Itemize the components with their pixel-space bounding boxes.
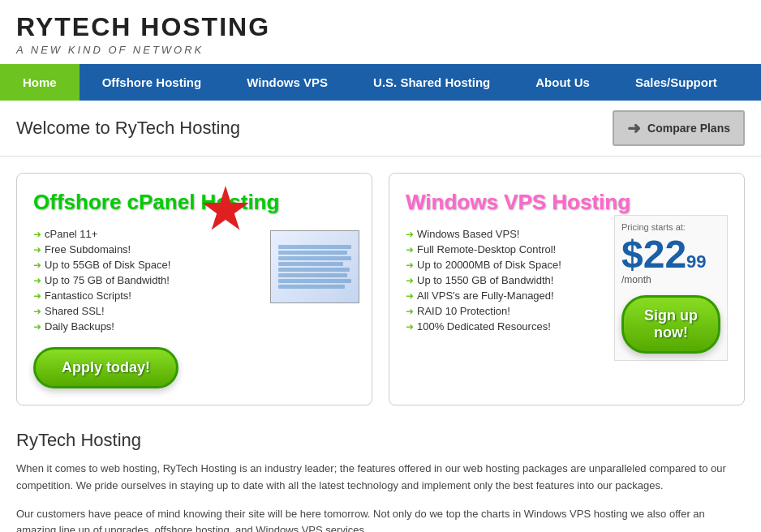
vps-layout: ➜Windows Based VPS! ➜Full Remote-Desktop… xyxy=(406,215,728,361)
offshore-title: Offshore cPanel Hosting xyxy=(33,190,279,215)
bullet-arrow-icon: ➜ xyxy=(33,290,41,302)
welcome-bar: Welcome to RyTech Hosting ➜ Compare Plan… xyxy=(0,101,761,157)
price-cents: 99 xyxy=(686,251,706,272)
logo-subtitle: A NEW KIND OF NETWORK xyxy=(16,44,745,56)
feature-item: ➜Daily Backups! xyxy=(33,319,355,334)
price-month: /month xyxy=(621,274,651,285)
bullet-arrow-icon: ➜ xyxy=(33,260,41,271)
nav-offshore[interactable]: Offshore Hosting xyxy=(80,64,225,101)
bullet-arrow-icon: ➜ xyxy=(406,306,414,317)
bullet-arrow-icon: ➜ xyxy=(406,290,414,302)
compare-plans-label: Compare Plans xyxy=(647,122,730,135)
vps-title: Windows VPS Hosting xyxy=(406,190,728,215)
compare-plans-button[interactable]: ➜ Compare Plans xyxy=(613,110,745,146)
nav-windows-vps[interactable]: Windows VPS xyxy=(224,64,350,101)
vps-features: ➜Windows Based VPS! ➜Full Remote-Desktop… xyxy=(406,226,606,361)
bullet-arrow-icon: ➜ xyxy=(406,275,414,286)
vps-feature-item: ➜RAID 10 Protection! xyxy=(406,303,606,319)
bullet-arrow-icon: ➜ xyxy=(406,260,414,271)
nav-shared-hosting[interactable]: U.S. Shared Hosting xyxy=(350,64,513,101)
pricing-display: $2299/month xyxy=(621,235,720,285)
signup-button[interactable]: Sign up now! xyxy=(621,295,720,354)
screenshot-image xyxy=(270,230,359,303)
vps-feature-item: ➜Windows Based VPS! xyxy=(406,226,606,242)
about-paragraph-2: Our customers have peace of mind knowing… xyxy=(16,506,745,532)
pricing-box: Pricing starts at: $2299/month Sign up n… xyxy=(614,215,728,361)
about-section: RyTech Hosting When it comes to web host… xyxy=(0,422,761,532)
bullet-arrow-icon: ➜ xyxy=(33,244,41,255)
nav-sales-support[interactable]: Sales/Support xyxy=(613,64,740,101)
main-content: Offshore cPanel Hosting ➜cPanel 11+ ➜Fre… xyxy=(0,157,761,422)
price-dollars: $22 xyxy=(621,235,686,274)
feature-item: ➜Shared SSL! xyxy=(33,303,355,319)
bullet-arrow-icon: ➜ xyxy=(406,321,414,332)
apply-today-button[interactable]: Apply today! xyxy=(33,347,178,388)
vps-feature-item: ➜Full Remote-Desktop Control! xyxy=(406,242,606,257)
navigation: Home Offshore Hosting Windows VPS U.S. S… xyxy=(0,64,761,101)
pricing-label: Pricing starts at: xyxy=(621,222,720,232)
arrow-icon: ➜ xyxy=(627,118,641,138)
vps-feature-item: ➜100% Dedicated Resources! xyxy=(406,319,606,334)
about-title: RyTech Hosting xyxy=(16,430,745,451)
vps-panel: Windows VPS Hosting ➜Windows Based VPS! … xyxy=(389,173,745,405)
vps-feature-item: ➜Up to 20000MB of Disk Space! xyxy=(406,257,606,272)
bullet-arrow-icon: ➜ xyxy=(406,229,414,240)
bullet-arrow-icon: ➜ xyxy=(33,321,41,332)
nav-about[interactable]: About Us xyxy=(513,64,613,101)
nav-home[interactable]: Home xyxy=(0,64,80,101)
vps-feature-item: ➜All VPS's are Fully-Managed! xyxy=(406,288,606,303)
vps-feature-item: ➜Up to 1550 GB of Bandwidth! xyxy=(406,272,606,288)
bullet-arrow-icon: ➜ xyxy=(33,275,41,286)
bullet-arrow-icon: ➜ xyxy=(33,229,41,240)
offshore-panel: Offshore cPanel Hosting ➜cPanel 11+ ➜Fre… xyxy=(16,173,372,405)
header: RYTECH HOSTING A NEW KIND OF NETWORK xyxy=(0,0,761,64)
bullet-arrow-icon: ➜ xyxy=(33,306,41,317)
bullet-arrow-icon: ➜ xyxy=(406,244,414,255)
logo-title: RYTECH HOSTING xyxy=(16,12,745,42)
about-paragraph-1: When it comes to web hosting, RyTech Hos… xyxy=(16,461,745,495)
welcome-title: Welcome to RyTech Hosting xyxy=(16,118,240,139)
